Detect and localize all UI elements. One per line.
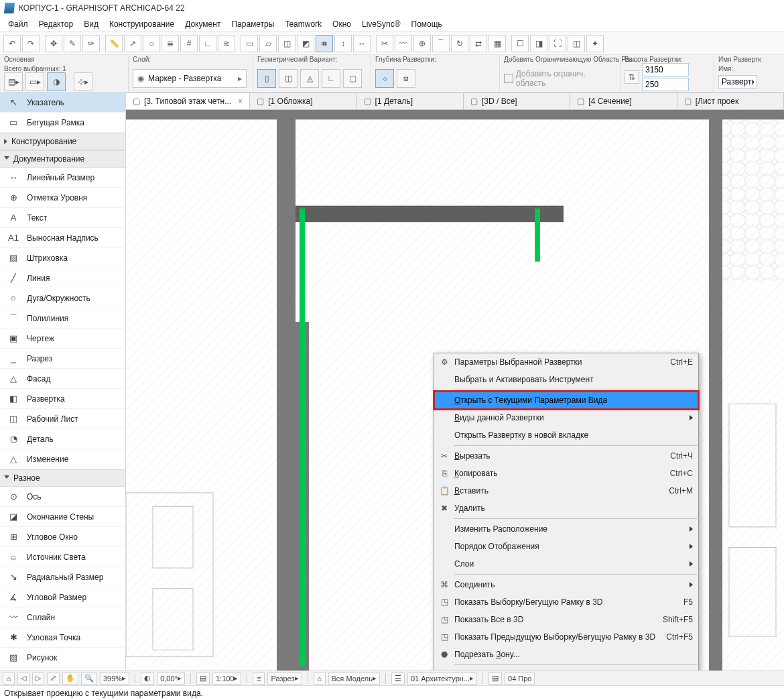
vc-angle-icon[interactable]: ◐ [141, 673, 154, 685]
angle-value[interactable]: 0,00° ▸ [157, 673, 185, 685]
tool-дуга/окружность[interactable]: ○Дуга/Окружность [0, 288, 125, 308]
tool-полилиния[interactable]: ⌒Полилиния [0, 308, 125, 329]
arc-icon[interactable]: ○ [143, 35, 160, 52]
eyedrop-icon[interactable]: ✑ [82, 35, 100, 52]
tab-5[interactable]: ▢[Лист проек [677, 93, 784, 109]
menu-конструирование[interactable]: Конструирование [104, 18, 180, 30]
tool-рабочий-лист[interactable]: ◫Рабочий Лист [0, 409, 125, 429]
ctx-item[interactable]: ⌘Соединить [434, 576, 698, 593]
offset-icon[interactable]: ≋ [218, 35, 235, 52]
menu-документ[interactable]: Документ [180, 18, 226, 30]
rect-icon[interactable]: ▭ [241, 35, 258, 52]
tab-4[interactable]: ▢[4 Сечение] [570, 93, 677, 109]
ctx-item[interactable]: ◳Показать Все в 3DShift+F5 [434, 611, 698, 628]
trim-icon[interactable]: 〰 [395, 35, 412, 52]
redo-button[interactable]: ↷ [22, 35, 40, 52]
tool-изменение[interactable]: △Изменение [0, 449, 125, 469]
misc2-icon[interactable]: ◨ [530, 35, 547, 52]
name-input[interactable] [718, 75, 757, 89]
misc1-icon[interactable]: ☐ [511, 35, 529, 52]
tab-0[interactable]: ▢[3. Типовой этаж четн...× [126, 93, 250, 109]
join-icon[interactable]: ⊕ [413, 35, 431, 52]
bound-checkbox[interactable] [504, 74, 513, 83]
menu-параметры[interactable]: Параметры [226, 18, 279, 30]
ctx-item[interactable]: ⚙Параметры Выбранной РазверткиCtrl+E [434, 353, 698, 371]
ctx-item[interactable]: ◳Показать Выборку/Бегущую Рамку в 3DF5 [434, 593, 698, 611]
drawing-canvas[interactable]: ⚙Параметры Выбранной РазверткиCtrl+EВыбр… [126, 110, 784, 670]
pick-tool-icon[interactable]: ✥ [45, 35, 62, 52]
ctx-item[interactable]: Выбрать и Активировать Инструмент [434, 371, 698, 388]
align-icon[interactable]: ≣ [161, 35, 179, 52]
tool-сплайн[interactable]: 〰Сплайн [0, 607, 125, 628]
menu-teamwork[interactable]: Teamwork [279, 18, 327, 30]
tool-чертеж[interactable]: ▣Чертеж [0, 329, 125, 349]
menu-помощь[interactable]: Помощь [406, 18, 448, 30]
tool-отметка-уровня[interactable]: ⊕Отметка Уровня [0, 188, 125, 208]
comp-mode2-icon[interactable]: ▭▸ [25, 72, 44, 91]
vc-home-icon[interactable]: ⌂ [3, 673, 15, 685]
cut-icon[interactable]: ✂ [376, 35, 393, 52]
angle-icon[interactable]: ∟ [199, 35, 216, 52]
comp-mode3-icon[interactable]: ◑ [47, 72, 66, 91]
ctx-item[interactable]: ✂ВырезатьCtrl+Ч [434, 447, 698, 465]
menu-файл[interactable]: Файл [3, 18, 34, 30]
vc-layers-icon[interactable]: ☰ [391, 673, 405, 685]
ctx-item[interactable]: Виды данной Развертки [434, 409, 698, 426]
vc-end-icon[interactable]: ▤ [488, 673, 502, 685]
zoom-icon[interactable]: ↗ [124, 35, 141, 52]
misc5-icon[interactable]: ✦ [586, 35, 604, 52]
tool-group-конструирование[interactable]: Конструирование [0, 133, 125, 150]
menu-окно[interactable]: Окно [327, 18, 356, 30]
menu-редактор[interactable]: Редактор [34, 18, 79, 30]
vc-next-icon[interactable]: ▷ [32, 673, 44, 685]
tool-бегущая рамка[interactable]: ▭Бегущая Рамка [0, 113, 125, 133]
tool-линия[interactable]: ╱Линия [0, 268, 125, 288]
tool-выносная-надпись[interactable]: A1Выносная Надпись [0, 228, 125, 248]
tool-штриховка[interactable]: ▨Штриховка [0, 248, 125, 268]
tab-3[interactable]: ▢[3D / Все] [464, 93, 570, 109]
tool-деталь[interactable]: ◔Деталь [0, 429, 125, 449]
measure-icon[interactable]: ✎ [64, 35, 81, 52]
ctx-item[interactable]: ✖Удалить [434, 500, 698, 517]
model-value[interactable]: Вся Модель ▸ [328, 673, 380, 685]
vc-type-icon[interactable]: ≡ [253, 673, 265, 685]
ctx-item[interactable]: ✎Изменить Согласно ВыбранногоCtrl+Shift+… [434, 666, 698, 670]
tool-разрез[interactable]: ⎯Разрез [0, 349, 125, 369]
view3d-icon[interactable]: ◫ [278, 35, 296, 52]
tool-источник-света[interactable]: ☼Источник Света [0, 547, 125, 567]
zoom-value[interactable]: 399% ▸ [100, 673, 129, 685]
depth2-icon[interactable]: ⟏ [397, 69, 415, 88]
anchor-icon[interactable]: ⊹▸ [74, 72, 92, 91]
tool-развертка[interactable]: ◧Развертка [0, 389, 125, 409]
vc-prev-icon[interactable]: ◁ [17, 673, 29, 685]
scale-value[interactable]: 1:100 ▸ [212, 673, 242, 685]
vc-zoom-icon[interactable]: 🔍 [81, 673, 97, 685]
mirror-icon[interactable]: ⇄ [470, 35, 487, 52]
height-mode-icon[interactable]: ⇅ [625, 70, 639, 84]
poly-icon[interactable]: ▱ [259, 35, 277, 52]
comp-mode1-icon[interactable]: ▤▸ [4, 72, 23, 91]
type-value[interactable]: Разрез ▸ [267, 673, 302, 685]
layerset-value2[interactable]: 04 Про [505, 673, 535, 685]
layer-dropdown[interactable]: ◉ Маркер - Развертка ▸ [133, 69, 247, 88]
ruler-icon[interactable]: 📏 [105, 35, 123, 52]
ctx-item[interactable]: Слои [434, 555, 698, 573]
fillet-icon[interactable]: ⌒ [432, 35, 450, 52]
tool-group-документирование[interactable]: Документирование [0, 150, 125, 168]
tool-радиальный-размер[interactable]: ↘Радиальный Размер [0, 567, 125, 587]
tool-угловой-размер[interactable]: ∡Угловой Размер [0, 587, 125, 607]
ctx-item[interactable]: ⎘КопироватьCtrl+C [434, 465, 698, 482]
vc-house-icon[interactable]: ⌂ [314, 673, 326, 685]
tool-рисунок[interactable]: ▧Рисунок [0, 648, 125, 668]
tool-ось[interactable]: ⊙Ось [0, 487, 125, 507]
tab-1[interactable]: ▢[1 Обложка] [250, 93, 356, 109]
tool-окончание-стены[interactable]: ◪Окончание Стены [0, 507, 125, 527]
tab-2[interactable]: ▢[1 Деталь] [357, 93, 464, 109]
tool-узловая-точка[interactable]: ✱Узловая Точка [0, 628, 125, 648]
menu-вид[interactable]: Вид [78, 18, 104, 30]
tool-group-разное[interactable]: Разное [0, 469, 125, 487]
ctx-item[interactable]: Открыть Развертку в новой вкладке [434, 426, 698, 444]
layerset-value[interactable]: 01 Архитектурн... ▸ [407, 673, 477, 685]
ctx-item[interactable]: Изменить Расположение [434, 520, 698, 538]
height-bottom-input[interactable] [642, 78, 689, 91]
